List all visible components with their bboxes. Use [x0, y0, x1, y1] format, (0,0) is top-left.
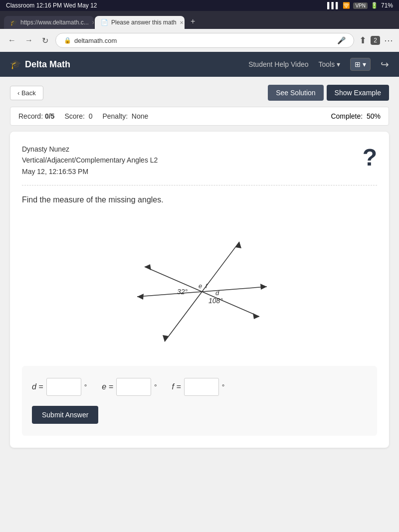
- svg-text:32°: 32°: [177, 288, 188, 296]
- tab2-close[interactable]: ✕: [180, 20, 184, 25]
- diagram-container: 32° e f d 108°: [22, 214, 377, 354]
- d-answer-group: d = °: [32, 378, 87, 396]
- student-help-video-link[interactable]: Student Help Video: [248, 60, 308, 68]
- f-label: f =: [172, 382, 181, 391]
- timestamp-label: May 12, 12:16:53 PM: [22, 166, 158, 177]
- d-input[interactable]: [46, 378, 81, 396]
- penalty-value: None: [132, 112, 148, 120]
- status-bar: Classroom 12:16 PM Wed May 12 ▌▌▌ 🛜 VPN …: [0, 0, 399, 11]
- penalty-label: Penalty:: [102, 112, 128, 120]
- d-label: d =: [32, 382, 43, 391]
- back-button[interactable]: ‹ Back: [10, 86, 43, 100]
- record-value: 0/5: [45, 112, 54, 120]
- status-right: ▌▌▌ 🛜 VPN 🔋 71%: [327, 2, 393, 9]
- f-answer-group: f = °: [172, 378, 225, 396]
- problem-header: Dynasty Nunez Vertical/Adjacent/Compleme…: [22, 144, 377, 177]
- main-content: ‹ Back See Solution Show Example Record:…: [0, 77, 399, 456]
- browser-chrome: 🎓 https://www.deltamath.c... ✕ 📄 Please …: [0, 11, 399, 52]
- tab1-label: https://www.deltamath.c...: [20, 19, 89, 26]
- status-left: Classroom 12:16 PM Wed May 12: [6, 2, 97, 9]
- svg-text:e: e: [199, 282, 202, 290]
- f-degree: °: [222, 383, 225, 391]
- top-controls: ‹ Back See Solution Show Example: [10, 85, 389, 101]
- svg-line-6: [137, 292, 202, 297]
- e-label: e =: [102, 382, 113, 391]
- mic-icon: 🎤: [337, 36, 346, 44]
- tab1-favicon: 🎓: [10, 19, 17, 26]
- record-label: Record:: [18, 112, 43, 120]
- tab-2[interactable]: 📄 Please answer this math ✕: [95, 16, 185, 29]
- svg-text:d: d: [215, 289, 219, 297]
- svg-line-4: [202, 287, 267, 292]
- record-left: Record: 0/5 Score: 0 Penalty: None: [18, 112, 148, 120]
- tab-1[interactable]: 🎓 https://www.deltamath.c... ✕: [4, 16, 94, 29]
- tabs-count-icon[interactable]: 2: [371, 36, 380, 45]
- tab1-close[interactable]: ✕: [92, 20, 94, 25]
- topic-label: Vertical/Adjacent/Complementary Angles L…: [22, 155, 158, 166]
- svg-marker-11: [145, 264, 151, 270]
- deltamath-header: 🎓 Delta Math Student Help Video Tools ▾ …: [0, 52, 399, 77]
- tab-bar: 🎓 https://www.deltamath.c... ✕ 📄 Please …: [0, 11, 399, 29]
- e-degree: °: [154, 383, 157, 391]
- solution-buttons: See Solution Show Example: [268, 85, 389, 101]
- e-answer-group: e = °: [102, 378, 157, 396]
- help-question-icon[interactable]: ?: [363, 144, 377, 171]
- complete-item: Complete: 50%: [331, 112, 381, 120]
- divider: [22, 185, 377, 185]
- f-input[interactable]: [184, 378, 219, 396]
- svg-line-2: [165, 292, 202, 342]
- score-label: Score:: [64, 112, 84, 120]
- share-icon[interactable]: ⬆: [359, 35, 367, 46]
- classroom-label: Classroom 12:16 PM Wed May 12: [6, 2, 97, 9]
- logo-icon: 🎓: [10, 59, 21, 70]
- show-example-button[interactable]: Show Example: [327, 85, 389, 101]
- see-solution-button[interactable]: See Solution: [268, 85, 323, 101]
- problem-text: Find the measure of the missing angles.: [22, 195, 377, 204]
- record-item: Record: 0/5: [18, 112, 54, 120]
- deltamath-logo: 🎓 Delta Math: [10, 59, 70, 70]
- tab2-label: Please answer this math: [111, 19, 177, 26]
- complete-value: 50%: [367, 112, 381, 120]
- back-nav-button[interactable]: ←: [6, 34, 18, 47]
- logout-icon[interactable]: ↪: [381, 58, 389, 70]
- address-bar: ← → ↻ 🔒 deltamath.com 🎤 ⬆ 2 ⋯: [0, 29, 399, 52]
- browser-action-icons: ⬆ 2 ⋯: [359, 35, 393, 46]
- student-name: Dynasty Nunez: [22, 144, 158, 155]
- record-bar: Record: 0/5 Score: 0 Penalty: None Compl…: [10, 107, 389, 126]
- angle-diagram: 32° e f d 108°: [120, 214, 279, 354]
- battery-level: 71%: [381, 2, 393, 9]
- logo-text: Delta Math: [25, 59, 70, 70]
- vpn-badge: VPN: [353, 2, 368, 9]
- svg-line-10: [145, 267, 202, 292]
- wifi-icon: 🛜: [343, 2, 350, 9]
- tab2-favicon: 📄: [101, 19, 108, 26]
- svg-marker-7: [137, 294, 144, 300]
- submit-answer-button[interactable]: Submit Answer: [32, 406, 98, 424]
- menu-icon[interactable]: ⋯: [384, 35, 393, 46]
- svg-text:f: f: [205, 282, 208, 290]
- score-value: 0: [89, 112, 93, 120]
- svg-marker-9: [253, 313, 259, 319]
- svg-marker-5: [260, 284, 267, 290]
- e-input[interactable]: [116, 378, 151, 396]
- calculator-button[interactable]: ⊞ ▾: [350, 58, 371, 71]
- svg-line-0: [202, 242, 239, 292]
- header-nav: Student Help Video Tools ▾ ⊞ ▾ ↪: [248, 58, 389, 71]
- problem-card: Dynasty Nunez Vertical/Adjacent/Compleme…: [10, 132, 389, 448]
- battery-icon: 🔋: [371, 2, 378, 9]
- forward-nav-button[interactable]: →: [23, 34, 35, 47]
- d-degree: °: [84, 383, 87, 391]
- url-input[interactable]: 🔒 deltamath.com 🎤: [55, 33, 354, 48]
- new-tab-button[interactable]: +: [186, 14, 200, 29]
- complete-label: Complete:: [331, 112, 363, 120]
- answer-row: d = ° e = ° f = °: [32, 378, 367, 396]
- lock-icon: 🔒: [64, 37, 71, 44]
- answer-section: d = ° e = ° f = ° Submit Answer: [22, 366, 377, 436]
- refresh-button[interactable]: ↻: [40, 34, 50, 47]
- tools-menu[interactable]: Tools ▾: [319, 60, 341, 68]
- penalty-item: Penalty: None: [102, 112, 148, 120]
- score-item: Score: 0: [64, 112, 92, 120]
- url-text: deltamath.com: [74, 37, 117, 44]
- student-info: Dynasty Nunez Vertical/Adjacent/Compleme…: [22, 144, 158, 177]
- svg-text:108°: 108°: [208, 297, 223, 305]
